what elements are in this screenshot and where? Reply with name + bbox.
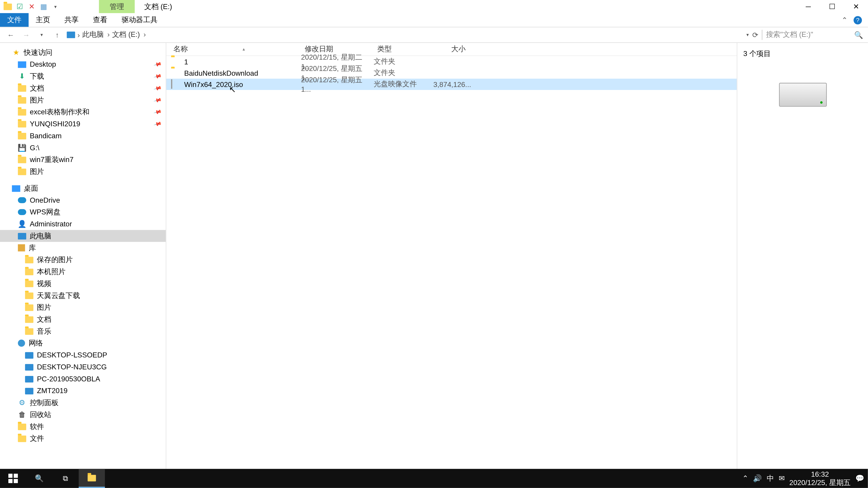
column-header-name[interactable]: 名称▴ bbox=[166, 44, 298, 54]
nav-onedrive[interactable]: OneDrive bbox=[0, 194, 166, 206]
breadcrumb-chevron[interactable]: › bbox=[78, 31, 80, 39]
up-button[interactable]: ↑ bbox=[51, 31, 63, 39]
nav-lib-item[interactable]: 图片 bbox=[0, 301, 166, 313]
minimize-button[interactable]: ─ bbox=[796, 0, 820, 13]
window-title: 文档 (E:) bbox=[135, 2, 182, 12]
folder-icon bbox=[18, 133, 26, 139]
nav-quick-item[interactable]: 图片 bbox=[0, 166, 166, 177]
taskbar-explorer[interactable] bbox=[79, 469, 105, 488]
nav-quick-item[interactable]: win7重装win7 bbox=[0, 154, 166, 166]
nav-net-item[interactable]: PC-20190530OBLA bbox=[0, 373, 166, 385]
close-button[interactable]: ✕ bbox=[844, 0, 868, 13]
file-name: BaiduNetdiskDownload bbox=[184, 69, 301, 77]
nav-quick-item[interactable]: excel表格制作求和📌 bbox=[0, 106, 166, 118]
tray-clock[interactable]: 16:32 2020/12/25, 星期五 bbox=[789, 470, 850, 487]
nav-software[interactable]: 软件 bbox=[0, 421, 166, 433]
nav-quick-item[interactable]: 文档📌 bbox=[0, 82, 166, 94]
app-icon bbox=[2, 1, 13, 12]
qat-dropdown-icon[interactable]: ▾ bbox=[50, 1, 61, 12]
folder-icon bbox=[171, 57, 181, 66]
search-icon[interactable]: 🔍 bbox=[854, 31, 863, 39]
ribbon-tab-view[interactable]: 查看 bbox=[86, 13, 115, 27]
titlebar: ☑ ✕ ▦ ▾ 管理 文档 (E:) ─ ☐ ✕ bbox=[0, 0, 868, 13]
nav-control-panel[interactable]: ⚙控制面板 bbox=[0, 397, 166, 409]
breadcrumb-segment[interactable]: 此电脑 bbox=[82, 30, 110, 40]
nav-desktop[interactable]: 桌面 bbox=[0, 182, 166, 194]
column-header-type[interactable]: 类型 bbox=[370, 44, 430, 54]
nav-net-item[interactable]: ZMT2019 bbox=[0, 385, 166, 397]
pc-icon bbox=[18, 233, 26, 239]
user-icon: 👤 bbox=[18, 220, 26, 228]
search-button[interactable]: 🔍 bbox=[26, 469, 53, 488]
nav-net-item[interactable]: DESKTOP-NJEU3CG bbox=[0, 361, 166, 373]
breadcrumb[interactable]: › 此电脑 文档 (E:) bbox=[67, 30, 743, 40]
qat-checkbox-icon[interactable]: ☑ bbox=[14, 1, 25, 12]
main-area: ★快速访问 Desktop📌 ⬇下载📌 文档📌 图片📌 excel表格制作求和📌… bbox=[0, 43, 868, 475]
file-name: Win7x64_2020.iso bbox=[184, 80, 301, 89]
nav-lib-item[interactable]: 视频 bbox=[0, 278, 166, 290]
tray-mail-icon[interactable]: ✉ bbox=[779, 474, 784, 483]
nav-quick-item[interactable]: Desktop📌 bbox=[0, 58, 166, 70]
action-center-icon[interactable]: 💬 bbox=[855, 474, 864, 483]
nav-lib-item[interactable]: 文档 bbox=[0, 313, 166, 325]
ribbon-tab-drive-tools[interactable]: 驱动器工具 bbox=[114, 13, 164, 27]
maximize-button[interactable]: ☐ bbox=[820, 0, 844, 13]
file-type: 文件夹 bbox=[374, 68, 433, 78]
qat-close-icon[interactable]: ✕ bbox=[26, 1, 37, 12]
address-dropdown-icon[interactable]: ▾ bbox=[746, 32, 749, 37]
folder-icon bbox=[25, 328, 33, 335]
recycle-icon: 🗑 bbox=[18, 411, 26, 419]
ribbon-tab-file[interactable]: 文件 bbox=[0, 13, 29, 27]
nav-quick-item[interactable]: 图片📌 bbox=[0, 94, 166, 106]
network-icon bbox=[18, 339, 25, 347]
ribbon-context-tab[interactable]: 管理 bbox=[99, 0, 135, 13]
pin-icon: 📌 bbox=[153, 108, 162, 116]
file-row[interactable]: 12020/12/15, 星期二 1...文件夹 bbox=[166, 56, 737, 67]
folder-icon bbox=[18, 156, 26, 163]
file-type: 文件夹 bbox=[374, 57, 433, 67]
breadcrumb-segment[interactable]: 文档 (E:) bbox=[112, 30, 146, 40]
forward-button[interactable]: → bbox=[20, 31, 32, 39]
nav-libraries[interactable]: 库 bbox=[0, 242, 166, 254]
nav-lib-item[interactable]: 音乐 bbox=[0, 325, 166, 337]
nav-files[interactable]: 文件 bbox=[0, 432, 166, 445]
tray-volume-icon[interactable]: 🔊 bbox=[753, 474, 762, 483]
sort-ascending-icon: ▴ bbox=[190, 46, 298, 52]
ribbon-collapse-icon[interactable]: ⌃ bbox=[842, 16, 847, 24]
ribbon-tab-home[interactable]: 主页 bbox=[29, 13, 57, 27]
folder-icon bbox=[18, 168, 26, 175]
nav-quick-item[interactable]: Bandicam bbox=[0, 130, 166, 142]
pin-icon: 📌 bbox=[153, 72, 162, 80]
column-header-size[interactable]: 大小 bbox=[430, 44, 465, 54]
file-row[interactable]: BaiduNetdiskDownload2020/12/25, 星期五 1...… bbox=[166, 67, 737, 78]
recent-dropdown-icon[interactable]: ▾ bbox=[36, 32, 48, 37]
nav-recycle-bin[interactable]: 🗑回收站 bbox=[0, 409, 166, 421]
tray-chevron-up-icon[interactable]: ⌃ bbox=[742, 474, 748, 483]
nav-quick-item[interactable]: 💾G:\ bbox=[0, 142, 166, 154]
tray-ime-indicator[interactable]: 中 bbox=[767, 473, 774, 484]
file-row[interactable]: Win7x64_2020.iso2020/12/25, 星期五 1...光盘映像… bbox=[166, 78, 737, 90]
nav-this-pc[interactable]: 此电脑 bbox=[0, 230, 166, 242]
nav-quick-access[interactable]: ★快速访问 bbox=[0, 46, 166, 59]
nav-lib-item[interactable]: 保存的图片 bbox=[0, 254, 166, 266]
help-icon[interactable]: ? bbox=[854, 16, 862, 24]
svg-rect-2 bbox=[8, 479, 12, 483]
start-button[interactable] bbox=[0, 469, 26, 488]
qat-new-icon[interactable]: ▦ bbox=[38, 1, 49, 12]
nav-quick-item[interactable]: ⬇下载📌 bbox=[0, 70, 166, 82]
window-controls: ─ ☐ ✕ bbox=[796, 0, 868, 13]
task-view-button[interactable]: ⧉ bbox=[53, 469, 79, 488]
nav-quick-item[interactable]: YUNQISHI2019📌 bbox=[0, 118, 166, 130]
nav-wps[interactable]: WPS网盘 bbox=[0, 206, 166, 218]
nav-net-item[interactable]: DESKTOP-LSSOEDP bbox=[0, 349, 166, 361]
search-input[interactable]: 搜索"文档 (E:)" 🔍 bbox=[762, 30, 863, 40]
nav-lib-item[interactable]: 本机照片 bbox=[0, 266, 166, 278]
pc-icon bbox=[25, 387, 33, 394]
nav-lib-item[interactable]: 天翼云盘下载 bbox=[0, 290, 166, 302]
nav-user[interactable]: 👤Administrator bbox=[0, 218, 166, 230]
back-button[interactable]: ← bbox=[5, 31, 17, 39]
folder-icon bbox=[18, 109, 26, 115]
nav-network[interactable]: 网络 bbox=[0, 337, 166, 349]
ribbon-tab-share[interactable]: 共享 bbox=[57, 13, 86, 27]
refresh-button[interactable]: ⟳ bbox=[752, 31, 758, 39]
